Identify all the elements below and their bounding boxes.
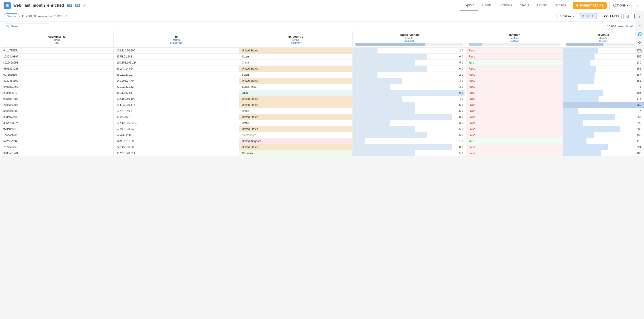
cell-pages-visited: 5.0: [352, 60, 466, 66]
tab-statistics[interactable]: Statistics: [496, 0, 516, 11]
search-container: 🔍: [4, 23, 48, 29]
actions-button[interactable]: ACTIONS ▾: [609, 2, 632, 9]
list-icon[interactable]: ≡: [636, 22, 644, 30]
cell-pages-visited: 6.0: [352, 132, 466, 138]
col-semantic-customer-id[interactable]: Text: [3, 42, 111, 44]
chart-view-button[interactable]: 📊: [624, 13, 632, 19]
cell-revenue: 115: [563, 138, 644, 144]
share-icon[interactable]: ↗: [83, 3, 86, 8]
table-icon: ⊞: [582, 14, 584, 18]
cell-ip-country: United States: [239, 96, 352, 102]
cell-campain: False: [466, 54, 563, 60]
col-type-revenue: double: [566, 37, 641, 39]
cell-revenue: 165: [563, 66, 644, 72]
cell-ip: 41.122.221.52: [114, 84, 239, 90]
cell-ip-country: Brazil: [239, 120, 352, 126]
tab-history[interactable]: History: [533, 0, 551, 11]
cell-pages-visited: 5.0: [352, 108, 466, 114]
table-view-button[interactable]: ⊞ TABLE: [579, 13, 597, 19]
col-semantic-revenue[interactable]: Integer: [566, 40, 641, 42]
cell-revenue: 283: [563, 126, 644, 132]
cell-ip-country: Japan: [239, 90, 352, 96]
col-semantic-ip[interactable]: IP address: [116, 42, 236, 44]
cell-campain: False: [466, 126, 563, 132]
col-header-campain[interactable]: campain boolean Boolean: [466, 31, 563, 48]
columns-view-button[interactable]: ≡ COLUMNS: [598, 13, 622, 19]
badge-pr: PR: [75, 4, 80, 7]
cell-customer-id: 3d3035380b: [0, 78, 114, 84]
table-row: 38dd974ae398.244.87.12United States8.0Fa…: [0, 114, 644, 120]
cell-ip: 84.93.115.160: [114, 138, 239, 144]
display-button[interactable]: DISPLAY ▾: [556, 13, 577, 19]
table-row: d55d76b67e177.128.168.234Brazil3.0False9…: [0, 120, 644, 126]
cell-campain: False: [466, 108, 563, 114]
table-row: 10863d989285.58.51.243Spain6.0False156: [0, 54, 644, 60]
sync-icon[interactable]: ⟳: [636, 38, 644, 46]
app-icon[interactable]: ⊞: [4, 2, 11, 9]
cell-customer-id: 1cae4db728: [0, 132, 114, 138]
cell-campain: False: [466, 114, 563, 120]
cell-ip-country: Brazil: [239, 108, 352, 114]
cell-ip: 58.113.92.61: [114, 90, 239, 96]
search-input[interactable]: [11, 24, 47, 28]
cell-pages-visited: 6.0: [352, 66, 466, 72]
cell-revenue: 188: [563, 150, 644, 156]
col-type-campain: boolean: [468, 37, 560, 39]
revenue-histogram: [566, 43, 641, 46]
col-header-pages-visited[interactable]: pages_visited double Decimal: [352, 31, 466, 48]
globe-icon[interactable]: 🌐: [636, 30, 644, 38]
tab-status[interactable]: Status: [516, 0, 533, 11]
cell-customer-id: 9d56bc42db: [0, 96, 114, 102]
cell-campain: False: [466, 48, 563, 54]
cell-campain: False: [466, 132, 563, 138]
search-bar: 🔍 10,000 rows · 6 columns: [0, 22, 644, 31]
cell-pages-visited: 1.0: [352, 138, 466, 144]
table-row: ff73e0f10167.247.193.74United States5.0F…: [0, 126, 644, 132]
col-semantic-ip-country[interactable]: Country: [242, 42, 350, 44]
cell-pages-visited: 5.0: [352, 102, 466, 108]
table-wrapper[interactable]: customer_id string Text ip string IP add…: [0, 31, 644, 319]
cell-ip-country: United States: [239, 48, 352, 54]
tab-charts[interactable]: Charts: [478, 0, 496, 11]
col-semantic-campain[interactable]: Boolean: [468, 40, 560, 42]
cell-customer-id: 672ec79ef4: [0, 138, 114, 144]
table-row: 041b77595d108.124.56.200United States2.0…: [0, 48, 644, 54]
cell-campain: False: [466, 78, 563, 84]
badge-gp: GP: [67, 4, 72, 7]
pages-histogram: [355, 43, 463, 46]
cell-ip: 66.243.143.64: [114, 66, 239, 72]
cell-pages-visited: 8.0: [352, 114, 466, 120]
toolbar: Sample First 10,000 rows out of 10,000 ↺…: [0, 11, 644, 22]
info-icon[interactable]: ℹ: [636, 13, 644, 21]
sample-button[interactable]: Sample: [4, 14, 20, 19]
col-header-customer-id[interactable]: customer_id string Text: [0, 31, 114, 48]
col-header-ip-country[interactable]: ip_country string Country: [239, 31, 352, 48]
col-header-revenue[interactable]: revenue double Integer: [563, 31, 644, 48]
table-row: 3d3035380b141.205.37.70United States4.0F…: [0, 78, 644, 84]
table-row: 9d56bc42db192.159.50.102United States4.0…: [0, 96, 644, 102]
col-semantic-pages-visited[interactable]: Decimal: [355, 40, 463, 42]
cell-customer-id: 10863d9892: [0, 54, 114, 60]
tab-settings[interactable]: Settings: [551, 0, 570, 11]
row-info: First 10,000 rows out of 10,000: [22, 14, 62, 18]
col-type-ip: string: [116, 38, 236, 41]
cell-campain: False: [466, 96, 563, 102]
back-arrow-icon[interactable]: ←: [636, 3, 640, 8]
cell-ip: 192.159.50.102: [114, 96, 239, 102]
cell-ip-country: Montenegro: [239, 132, 352, 138]
cell-pages-visited: 4.0: [352, 78, 466, 84]
col-type-customer-id: string: [3, 38, 111, 41]
table-row: aaebc7a8d9177.61.146.4Brazil5.0False77: [0, 108, 644, 114]
cell-campain: True: [466, 138, 563, 144]
cell-ip-country: United States: [239, 144, 352, 150]
table-row: 9a8ba0176193.221.128.214Germany5.0False1…: [0, 150, 644, 156]
col-header-ip[interactable]: ip string IP address: [114, 31, 239, 48]
cell-campain: False: [466, 90, 563, 96]
col-name-pages-visited: pages_visited: [355, 33, 463, 36]
tab-explore[interactable]: Explore: [460, 0, 478, 11]
columns-icon: ≡: [602, 14, 603, 18]
parent-recipe-button[interactable]: ⚙ PARENT RECIPE: [573, 2, 607, 9]
cell-campain: False: [466, 66, 563, 72]
cell-revenue: 176: [563, 96, 644, 102]
refresh-icon[interactable]: ↺: [65, 14, 68, 18]
